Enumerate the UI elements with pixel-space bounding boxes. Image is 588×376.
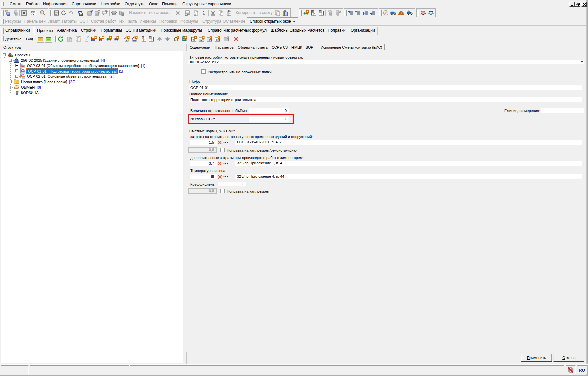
svg-text:ФЗ: ФЗ	[216, 39, 219, 41]
svg-text:✱: ✱	[80, 13, 82, 16]
svg-text:PDF: PDF	[32, 12, 35, 13]
svg-text:М29: М29	[199, 39, 204, 41]
svg-text:ПР: ПР	[208, 39, 211, 41]
